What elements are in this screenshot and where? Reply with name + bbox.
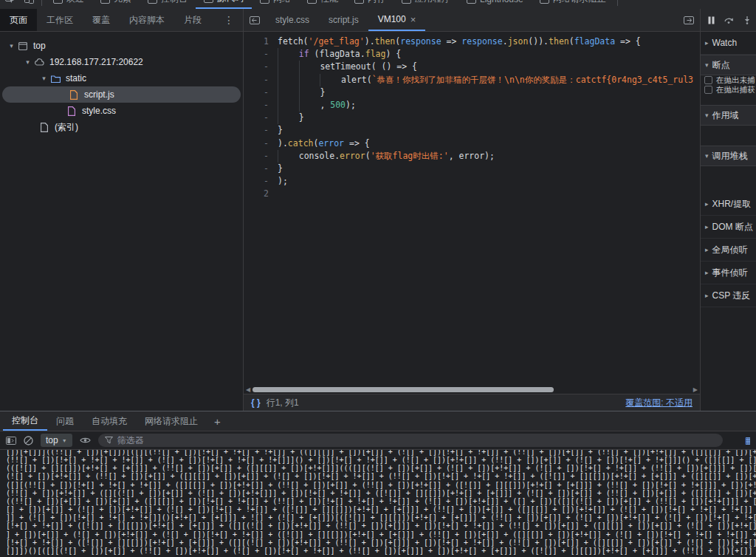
debugger-section-CSP 违反[interactable]: ▸CSP 违反 [701, 284, 756, 307]
line-number: 2 [244, 188, 278, 200]
console-tab-自动填充[interactable]: 自动填充 [83, 411, 136, 431]
close-tab-icon[interactable]: × [410, 14, 416, 25]
checkbox-在抛出捕获[interactable]: 在抛出捕获 [701, 85, 756, 95]
toolbar-separator [617, 0, 618, 6]
welcome-icon [53, 0, 63, 4]
line-number: - [244, 163, 278, 175]
step-over-icon[interactable] [724, 16, 734, 24]
code-line: - if (flagData.flag) { [244, 48, 700, 61]
live-expression-eye-icon[interactable] [80, 437, 91, 444]
debugger-section-全局侦听[interactable]: ▸全局侦听 [701, 239, 756, 262]
tree-item-script.js[interactable]: script.js [2, 86, 241, 103]
code-line: -).catch(error => { [244, 137, 700, 150]
section-arrow-icon[interactable]: ▸ [705, 292, 709, 299]
lighthouse-icon [467, 0, 476, 4]
section-arrow-icon[interactable]: ▾ [705, 61, 709, 69]
console-tab-网络请求阻止[interactable]: 网络请求阻止 [136, 411, 207, 431]
folder-icon [49, 75, 61, 83]
network-blocking-icon [540, 0, 549, 4]
context-label: top [46, 435, 58, 445]
pause-icon[interactable] [708, 16, 715, 24]
pretty-print-icon[interactable]: { } [251, 397, 261, 408]
console-sidebar-icon[interactable] [6, 437, 16, 445]
checkbox[interactable] [704, 76, 712, 84]
debugger-section-作用域[interactable]: ▾作用域 [701, 105, 756, 126]
tree-item-style.css[interactable]: style.css [0, 103, 243, 119]
code-line: -); [244, 175, 700, 188]
coverage-link[interactable]: 覆盖范围: 不适用 [625, 397, 693, 409]
debugger-section-XHR/提取[interactable]: ▸XHR/提取 [701, 193, 756, 216]
performance-icon [307, 0, 317, 4]
expand-arrow-icon[interactable]: ▾ [22, 58, 33, 66]
devtools-window: 欢迎元素控制台源代码网络性能内存应用程序Lighthouse网络请求阻止 页面工… [0, 0, 756, 557]
console-message: [!+[] + !+[]] + ([![]] + [][[]])[+!+[] +… [6, 539, 756, 547]
editor-tab-style.css[interactable]: style.css [266, 9, 319, 31]
add-drawer-tab-button[interactable]: + [207, 411, 228, 431]
navigator-tab-内容脚本[interactable]: 内容脚本 [120, 9, 174, 31]
device-toolbar-icon[interactable] [19, 0, 38, 9]
main-tab-memory[interactable]: 内存 [346, 0, 394, 9]
navigator-tab-覆盖[interactable]: 覆盖 [83, 9, 120, 31]
sources-panel: 页面工作区覆盖内容脚本片段 ⋮ ▾top▾192.168.177.217:206… [0, 9, 756, 411]
main-tab-lighthouse[interactable]: Lighthouse [458, 0, 532, 9]
code-line: - } [244, 86, 700, 99]
main-tab-network-blocking[interactable]: 网络请求阻止 [532, 0, 614, 9]
main-tab-welcome[interactable]: 欢迎 [45, 0, 92, 9]
chevron-down-icon: ▼ [62, 438, 67, 443]
editor-tab-VM100[interactable]: VM100× [368, 9, 426, 31]
debugger-section-Watch[interactable]: ▸Watch [701, 32, 756, 55]
console-tab-问题[interactable]: 问题 [47, 411, 83, 431]
section-arrow-icon[interactable]: ▸ [705, 200, 709, 208]
expand-arrow-icon[interactable]: ▾ [6, 42, 17, 49]
tree-item-192.168.177.21720622[interactable]: ▾192.168.177.217:20622 [0, 54, 243, 70]
main-tab-performance[interactable]: 性能 [299, 0, 346, 9]
editor-tabbar: style.cssscript.jsVM100× [244, 9, 700, 32]
section-arrow-icon[interactable]: ▸ [705, 246, 709, 253]
console-message: (![] + [])[+!+[]] + (!![] + [])[+[]] + (… [6, 472, 756, 480]
editor-statusbar: { } 行1, 列1 覆盖范围: 不适用 [244, 394, 700, 411]
line-number: - [244, 99, 278, 112]
scroll-left-arrow[interactable]: ◀ [246, 386, 250, 393]
clear-console-icon[interactable] [24, 436, 33, 445]
section-arrow-icon[interactable]: ▸ [705, 269, 709, 276]
section-arrow-icon[interactable]: ▸ [705, 39, 709, 47]
console-filter-input[interactable]: 筛选器 [98, 434, 723, 447]
editor-horizontal-scrollbar[interactable]: ◀ ▶ [244, 386, 700, 394]
tree-item-top[interactable]: ▾top [0, 38, 243, 54]
editor-tab-script.js[interactable]: script.js [319, 9, 368, 31]
debugger-section-DOM 断点[interactable]: ▸DOM 断点 [701, 216, 756, 239]
open-file-icon[interactable] [678, 9, 700, 31]
hide-navigator-icon[interactable] [244, 9, 266, 31]
navigator-more-icon[interactable]: ⋮ [215, 9, 243, 31]
navigator-tab-工作区[interactable]: 工作区 [37, 9, 83, 31]
main-tab-network[interactable]: 网络 [252, 0, 299, 9]
debugger-section-断点[interactable]: ▾断点 [701, 55, 756, 75]
checkbox[interactable] [704, 86, 712, 94]
tree-item-[interactable]: (索引) [0, 119, 243, 135]
console-settings-clipped-icon[interactable]: ▦ [745, 435, 750, 445]
main-tab-sources[interactable]: 源代码 [196, 0, 252, 9]
step-into-icon[interactable] [743, 16, 751, 24]
code-line: 2 [244, 188, 700, 200]
checkbox-在抛出未捕[interactable]: 在抛出未捕 [701, 75, 756, 85]
execution-context-selector[interactable]: top ▼ [41, 434, 72, 447]
main-tab-console[interactable]: 控制台 [140, 0, 196, 9]
navigator-tab-片段[interactable]: 片段 [174, 9, 211, 31]
tree-item-static[interactable]: ▾static [0, 70, 243, 86]
debugger-section-调用堆栈[interactable]: ▾调用堆栈 [701, 146, 756, 166]
scroll-right-arrow[interactable]: ▶ [693, 386, 698, 393]
code-line: - , 500); [244, 99, 700, 112]
debugger-section-事件侦听[interactable]: ▸事件侦听 [701, 262, 756, 284]
section-arrow-icon[interactable]: ▸ [705, 223, 709, 230]
console-tab-控制台[interactable]: 控制台 [3, 411, 47, 431]
navigator-tab-页面[interactable]: 页面 [0, 9, 37, 31]
section-arrow-icon[interactable]: ▾ [705, 112, 709, 119]
scrollbar-thumb[interactable] [252, 387, 554, 392]
inspect-icon[interactable] [0, 0, 19, 9]
code-editor[interactable]: 1fetch('/get_flag').then(response => res… [244, 32, 700, 386]
main-tab-elements[interactable]: 元素 [92, 0, 140, 9]
code-line: - alert(`恭喜！你找到了加菲猫的千层饼！\n\n你的奖励是：catctf… [244, 74, 700, 86]
section-arrow-icon[interactable]: ▾ [705, 152, 709, 160]
expand-arrow-icon[interactable]: ▾ [38, 75, 49, 82]
main-tab-application[interactable]: 应用程序 [394, 0, 458, 9]
